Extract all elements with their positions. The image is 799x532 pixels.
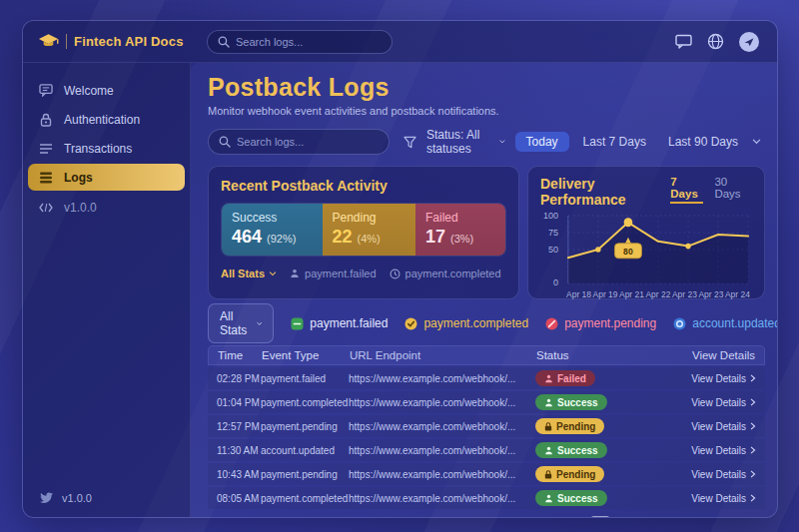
page-3-button[interactable]: 3 — [650, 516, 670, 518]
col-status: Status — [536, 349, 654, 361]
search-icon — [219, 136, 231, 148]
header-actions — [675, 32, 777, 52]
person-icon — [544, 374, 553, 383]
recent-activity-card: Recent Postback Activity Success 464(92%… — [208, 166, 519, 299]
view-details-link[interactable]: View Details — [655, 373, 765, 384]
page-1-button[interactable]: 1 — [590, 516, 610, 518]
segment-value: 464 — [232, 227, 262, 248]
row-url: https://www.example.com/webhook/... — [349, 469, 535, 480]
logs-table: Time Event Type URL Endpoint Status View… — [208, 345, 765, 509]
brand-divider — [66, 34, 67, 49]
logs-search[interactable] — [208, 129, 390, 155]
chart-svg: 80 — [564, 213, 752, 286]
view-details-link[interactable]: View Details — [655, 493, 765, 504]
row-url: https://www.example.com/webhook/... — [349, 445, 535, 456]
chevron-down-icon[interactable] — [752, 139, 761, 145]
message-square-icon — [38, 84, 53, 97]
view-details-link[interactable]: View Details — [655, 397, 765, 408]
sidebar-item-transactions[interactable]: Transactions — [23, 134, 190, 163]
clock-icon — [390, 268, 400, 279]
tab-7-days[interactable]: 7 Days — [670, 176, 703, 204]
view-details-link[interactable]: View Details — [655, 469, 765, 480]
person-icon — [544, 446, 553, 455]
status-badge: Pending — [535, 466, 604, 482]
row-url: https://www.example.com/webhook/... — [349, 421, 535, 432]
row-event-type: account.updated — [261, 445, 349, 456]
view-details-link[interactable]: View Details — [655, 421, 765, 432]
table-row: 10:43 AMpayment.pendinghttps://www.examp… — [208, 463, 765, 485]
main-content: Postback Logs Monitor webhook event acti… — [191, 63, 777, 517]
performance-card-title: Delivery Performance — [540, 176, 670, 208]
sidebar-item-label: Authentication — [64, 113, 140, 127]
segment-value: 17 — [425, 227, 445, 248]
search-icon — [218, 36, 230, 48]
range-today[interactable]: Today — [515, 132, 569, 152]
sidebar-item-version[interactable]: v1.0.0 — [23, 193, 190, 222]
chevron-right-icon — [750, 398, 756, 406]
list-icon — [38, 143, 53, 155]
x-axis-labels: Apr 18 Apr 19 Apr 21 Apr 22 Apr 23 Apr 2… — [564, 289, 752, 299]
success-segment: Success 464(92%) — [222, 204, 323, 256]
sidebar-item-authentication[interactable]: Authentication — [23, 105, 190, 134]
event-filter-row: All Stats payment.failed payment.complet… — [208, 309, 765, 337]
segment-percent: (3%) — [450, 233, 473, 245]
refresh-badge-icon — [673, 317, 686, 330]
page-numbers: 1 2 3 — [590, 516, 670, 518]
col-view-details: View Details — [654, 349, 764, 361]
filter-funnel-icon[interactable] — [403, 136, 416, 149]
chevron-right-icon — [750, 470, 756, 478]
sidebar-item-logs[interactable]: Logs — [28, 164, 185, 191]
failed-segment: Failed 17(3%) — [415, 204, 505, 256]
header-search[interactable] — [207, 30, 393, 54]
row-status: Pending — [535, 466, 655, 482]
tab-30-days[interactable]: 30 Days — [714, 176, 752, 200]
status-badge-label: Pending — [556, 469, 595, 480]
page-2-button[interactable]: 2 — [620, 516, 640, 518]
code-icon — [38, 203, 53, 213]
status-badge-label: Failed — [557, 373, 586, 384]
paper-plane-icon — [743, 36, 755, 48]
row-status: Pending — [535, 418, 655, 434]
activity-card-footer: All Stats payment.failed payment.complet… — [221, 267, 506, 279]
logs-search-input[interactable] — [237, 136, 379, 148]
row-url: https://www.example.com/webhook/... — [349, 373, 535, 384]
chevron-right-icon — [750, 494, 756, 502]
app-title: Fintech API Docs — [74, 34, 184, 49]
chip-payment-completed[interactable]: payment.completed — [404, 316, 528, 330]
performance-tabs: 7 Days 30 Days — [670, 176, 752, 204]
range-last-7-days[interactable]: Last 7 Days — [575, 132, 654, 152]
range-last-90-days[interactable]: Last 90 Days — [660, 132, 746, 152]
page-title: Postback Logs — [208, 73, 765, 102]
all-stats-dropdown[interactable]: All Stats — [221, 267, 277, 279]
status-badge: Success — [535, 394, 607, 410]
delivery-performance-card: Delivery Performance 7 Days 30 Days 100 … — [527, 166, 765, 299]
legend-item-payment-failed[interactable]: payment.failed — [290, 267, 377, 279]
status-badge: Pending — [535, 418, 604, 434]
twitter-icon[interactable] — [40, 492, 54, 504]
chat-icon[interactable] — [675, 34, 692, 49]
segment-percent: (92%) — [267, 233, 296, 245]
row-time: 10:43 AM — [208, 469, 261, 480]
app-window: Fintech API Docs — [22, 20, 778, 518]
all-stats-filter-button[interactable]: All Stats — [208, 303, 274, 343]
row-event-type: payment.completed — [261, 397, 349, 408]
chip-payment-pending[interactable]: payment.pending — [545, 316, 656, 330]
globe-icon[interactable] — [707, 33, 724, 50]
chart-plot-area: 80 — [564, 213, 752, 286]
row-url: https://www.example.com/webhook/... — [349, 493, 535, 504]
status-badge: Success — [535, 490, 607, 506]
chip-payment-failed[interactable]: payment.failed — [291, 316, 388, 330]
header-search-input[interactable] — [236, 36, 382, 48]
user-avatar-button[interactable] — [739, 32, 759, 52]
chip-account-updated[interactable]: account.updated — [673, 316, 778, 330]
pagination: Prev 1 2 3 Next — [208, 509, 765, 518]
status-dropdown[interactable]: Status: All statuses — [426, 128, 505, 156]
view-details-link[interactable]: View Details — [655, 445, 765, 456]
chevron-right-icon — [750, 422, 756, 430]
row-status: Success — [535, 490, 655, 506]
segment-label: Pending — [333, 211, 406, 225]
sidebar-item-welcome[interactable]: Welcome — [23, 76, 190, 105]
top-header: Fintech API Docs — [23, 21, 777, 63]
legend-item-payment-completed[interactable]: payment.completed — [390, 267, 501, 279]
row-time: 11:30 AM — [208, 445, 261, 456]
